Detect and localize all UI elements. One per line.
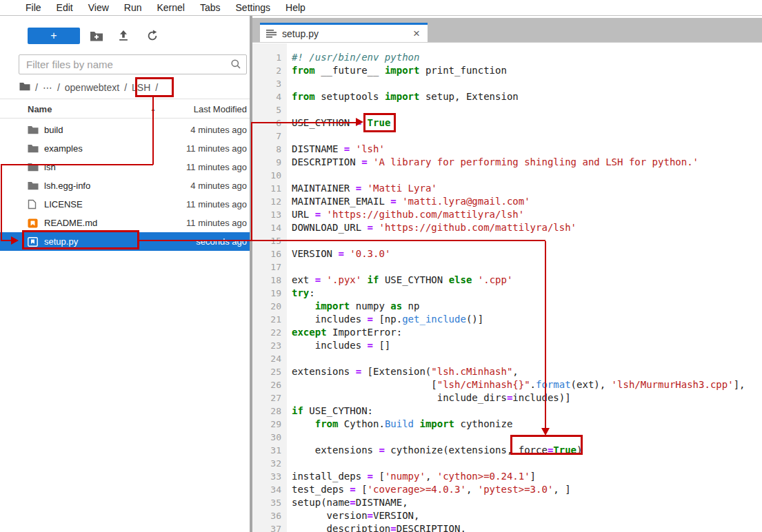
code-line: 14DOWNLOAD_URL = 'https://github.com/mat… [252, 221, 762, 234]
code-line: 28if USE_CYTHON: [252, 405, 762, 418]
code-line: 13URL = 'https://github.com/mattilyra/ls… [252, 208, 762, 221]
code-line: 30 [252, 431, 762, 444]
code-line: 25extensions = [Extension("lsh.cMinhash"… [252, 365, 762, 378]
text-file-icon [266, 29, 277, 39]
line-number: 3 [252, 77, 281, 90]
breadcrumb-openwebtext[interactable]: openwebtext [65, 82, 119, 93]
code-line: 19try: [252, 287, 762, 300]
file-name: build [44, 125, 190, 135]
file-modified: 11 minutes ago [186, 199, 247, 209]
python-icon [28, 236, 39, 247]
file-name: lsh [44, 162, 186, 172]
code-line: 16VERSION = '0.3.0' [252, 247, 762, 260]
line-number: 31 [252, 444, 281, 457]
line-number: 5 [252, 103, 281, 116]
code-line: 35setup(name=DISTNAME, [252, 496, 762, 509]
line-number: 23 [252, 339, 281, 352]
file-modified: seconds ago [196, 236, 247, 247]
code-line: 27 include_dirs=includes)] [252, 391, 762, 405]
line-number: 11 [252, 182, 281, 195]
code-line: 31 extensions = cythonize(extensions, fo… [252, 444, 762, 457]
breadcrumb-separator: / [57, 82, 60, 93]
list-item-examples[interactable]: examples11 minutes ago [0, 139, 250, 158]
tab-bar: setup.py × [252, 18, 762, 43]
breadcrumb-separator: / [124, 82, 127, 93]
menu-bar: File Edit View Run Kernel Tabs Settings … [0, 0, 762, 16]
code-line: 9DESCRIPTION = 'A library for performing… [252, 156, 762, 169]
file-name: lsh.egg-info [44, 181, 190, 191]
menu-item-edit[interactable]: Edit [49, 2, 81, 13]
file-name: setup.py [44, 236, 196, 247]
line-number: 12 [252, 195, 281, 208]
markdown-icon [28, 218, 39, 229]
line-number: 32 [252, 457, 281, 470]
code-line: 24 [252, 352, 762, 365]
column-header-name[interactable]: Name [28, 104, 52, 114]
filter-files-input[interactable] [19, 54, 247, 74]
list-item-lsh-egg-info[interactable]: lsh.egg-info4 minutes ago [0, 176, 250, 195]
line-number: 1 [252, 51, 281, 64]
tab-label: setup.py [282, 28, 319, 39]
line-number: 17 [252, 260, 281, 274]
menu-item-view[interactable]: View [81, 2, 117, 13]
breadcrumb-ellipsis[interactable]: ⋯ [43, 82, 52, 93]
menu-item-settings[interactable]: Settings [228, 2, 279, 13]
file-modified: 11 minutes ago [186, 162, 247, 172]
menu-item-file[interactable]: File [18, 2, 49, 13]
file-name: README.md [44, 218, 186, 228]
folder-icon [19, 82, 30, 93]
line-number: 27 [252, 391, 281, 405]
code-line: 12MAINTAINER_EMAIL = 'matti.lyra@gmail.c… [252, 195, 762, 208]
folder-icon [28, 143, 39, 154]
list-item-build[interactable]: build4 minutes ago [0, 121, 250, 139]
file-modified: 4 minutes ago [190, 125, 247, 135]
breadcrumb-lsh[interactable]: LSH [132, 82, 150, 93]
list-item-setup-py[interactable]: setup.pyseconds ago [0, 232, 250, 251]
breadcrumb-root[interactable]: / [35, 82, 38, 93]
file-modified: 4 minutes ago [190, 181, 247, 191]
code-line: 11MAINTAINER = 'Matti Lyra' [252, 182, 762, 195]
line-number: 33 [252, 470, 281, 483]
upload-icon[interactable] [116, 29, 131, 43]
divider [0, 99, 250, 99]
new-launcher-button[interactable]: + [28, 28, 80, 44]
line-number: 4 [252, 90, 281, 103]
line-number: 2 [252, 64, 281, 77]
line-number: 18 [252, 274, 281, 287]
code-line: 22except ImportError: [252, 326, 762, 339]
tab-setup-py[interactable]: setup.py × [260, 23, 428, 42]
code-line: 32 [252, 457, 762, 470]
code-line: 37 description=DESCRIPTION, [252, 522, 762, 532]
code-line: 36 version=VERSION, [252, 509, 762, 522]
folder-icon [28, 162, 39, 173]
line-number: 30 [252, 431, 281, 444]
refresh-icon[interactable] [145, 29, 160, 43]
line-number: 22 [252, 326, 281, 339]
line-number: 35 [252, 496, 281, 509]
menu-item-help[interactable]: Help [278, 2, 313, 13]
list-item-lsh[interactable]: lsh11 minutes ago [0, 158, 250, 176]
code-line: 7 [252, 130, 762, 143]
new-folder-icon[interactable] [89, 29, 104, 43]
code-line: 29 from Cython.Build import cythonize [252, 418, 762, 431]
code-line: 15 [252, 234, 762, 247]
list-item-readme-md[interactable]: README.md11 minutes ago [0, 214, 250, 232]
file-modified: 11 minutes ago [186, 143, 247, 154]
line-number: 14 [252, 221, 281, 234]
code-line: 2from __future__ import print_function [252, 64, 762, 77]
code-line: 3 [252, 77, 762, 90]
list-item-license[interactable]: LICENSE11 minutes ago [0, 195, 250, 214]
menu-item-run[interactable]: Run [117, 2, 150, 13]
code-line: 17 [252, 260, 762, 274]
line-number: 34 [252, 483, 281, 496]
code-line: 23 includes = [] [252, 339, 762, 352]
close-icon[interactable]: × [412, 28, 421, 39]
column-header-last-modified[interactable]: Last Modified [194, 104, 247, 114]
menu-item-kernel[interactable]: Kernel [149, 2, 192, 13]
code-editor[interactable]: 1#! /usr/bin/env python2from __future__ … [252, 43, 762, 532]
breadcrumb: / ⋯ / openwebtext / LSH / [19, 81, 158, 94]
line-number: 9 [252, 156, 281, 169]
code-line: 4from setuptools import setup, Extension [252, 90, 762, 103]
line-number: 6 [252, 116, 281, 130]
menu-item-tabs[interactable]: Tabs [192, 2, 228, 13]
